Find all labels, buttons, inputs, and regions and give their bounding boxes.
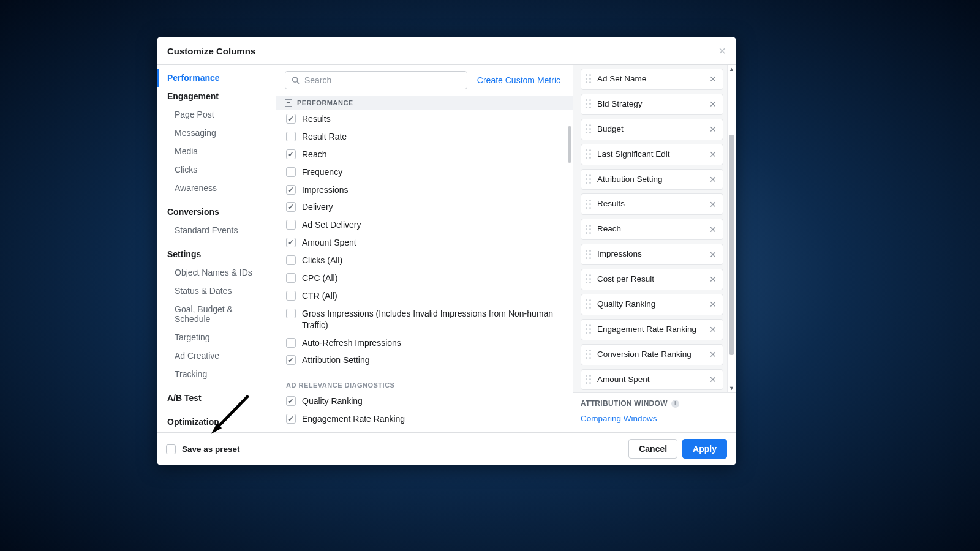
metric-checkbox[interactable] xyxy=(286,114,296,124)
comparing-windows-link[interactable]: Comparing Windows xyxy=(581,414,657,423)
sidebar-item-standard-events[interactable]: Standard Events xyxy=(157,221,276,239)
save-as-preset-toggle[interactable]: Save as preset xyxy=(166,444,240,454)
selected-column-chip[interactable]: Impressions✕ xyxy=(581,244,723,265)
remove-column-icon[interactable]: ✕ xyxy=(708,174,718,184)
metric-list[interactable]: − PERFORMANCE ResultsResult RateReachFre… xyxy=(276,96,573,432)
sidebar-item-awareness[interactable]: Awareness xyxy=(157,179,276,197)
search-box[interactable] xyxy=(285,71,467,89)
selected-column-chip[interactable]: Cost per Result✕ xyxy=(581,269,723,290)
remove-column-icon[interactable]: ✕ xyxy=(708,149,718,159)
drag-handle-icon[interactable] xyxy=(584,274,594,284)
metric-checkbox[interactable] xyxy=(286,220,296,230)
metric-row[interactable]: Clicks (All) xyxy=(276,252,573,269)
metric-row[interactable]: Reach xyxy=(276,146,573,163)
search-input[interactable] xyxy=(304,75,461,85)
metric-checkbox[interactable] xyxy=(286,396,296,406)
remove-column-icon[interactable]: ✕ xyxy=(708,124,718,134)
metric-checkbox[interactable] xyxy=(286,355,296,365)
sidebar-item-ad-creative[interactable]: Ad Creative xyxy=(157,347,276,365)
selected-column-chip[interactable]: Reach✕ xyxy=(581,219,723,240)
save-preset-checkbox[interactable] xyxy=(166,444,176,454)
scrollbar-thumb[interactable] xyxy=(729,135,734,355)
metric-row[interactable]: Impressions xyxy=(276,181,573,199)
metric-checkbox[interactable] xyxy=(286,338,296,348)
remove-column-icon[interactable]: ✕ xyxy=(708,250,718,260)
selected-column-chip[interactable]: Conversion Rate Ranking✕ xyxy=(581,344,723,365)
metric-row[interactable]: CTR (All) xyxy=(276,287,573,305)
sidebar-item-engagement[interactable]: Engagement xyxy=(157,87,276,105)
selected-column-chip[interactable]: Results✕ xyxy=(581,193,723,215)
create-custom-metric-link[interactable]: Create Custom Metric xyxy=(477,75,564,85)
metric-checkbox[interactable] xyxy=(286,238,296,247)
sidebar-item-messaging[interactable]: Messaging xyxy=(157,124,276,142)
remove-column-icon[interactable]: ✕ xyxy=(708,225,718,234)
metric-row[interactable]: Gross Impressions (Includes Invalid Impr… xyxy=(276,305,573,334)
drag-handle-icon[interactable] xyxy=(584,250,594,260)
sidebar-item-optimization[interactable]: Optimization xyxy=(157,413,276,431)
sidebar-item-targeting[interactable]: Targeting xyxy=(157,328,276,347)
metric-row[interactable]: Amount Spent xyxy=(276,234,573,252)
scrollbar[interactable]: ▲ ▼ xyxy=(727,65,736,392)
metric-row[interactable]: Quality Ranking xyxy=(276,392,573,410)
selected-column-chip[interactable]: Budget✕ xyxy=(581,119,723,140)
drag-handle-icon[interactable] xyxy=(584,74,594,84)
remove-column-icon[interactable]: ✕ xyxy=(708,324,718,334)
remove-column-icon[interactable]: ✕ xyxy=(708,375,718,384)
close-icon[interactable]: × xyxy=(718,45,726,57)
metric-row[interactable]: Frequency xyxy=(276,163,573,181)
metric-row[interactable]: Engagement Rate Ranking xyxy=(276,410,573,428)
drag-handle-icon[interactable] xyxy=(584,200,594,209)
metric-row[interactable]: Auto-Refresh Impressions xyxy=(276,334,573,352)
sidebar-item-media[interactable]: Media xyxy=(157,142,276,160)
metric-row[interactable]: Results xyxy=(276,110,573,128)
group-header-performance[interactable]: − PERFORMANCE xyxy=(276,96,573,110)
sidebar-item-tracking[interactable]: Tracking xyxy=(157,365,276,383)
scroll-up-icon[interactable]: ▲ xyxy=(729,65,734,73)
drag-handle-icon[interactable] xyxy=(584,99,594,109)
selected-column-chip[interactable]: Bid Strategy✕ xyxy=(581,94,723,115)
sidebar-item-a-b-test[interactable]: A/B Test xyxy=(157,389,276,407)
metric-checkbox[interactable] xyxy=(286,291,296,301)
remove-column-icon[interactable]: ✕ xyxy=(708,74,718,84)
metric-checkbox[interactable] xyxy=(286,185,296,195)
scrollbar-thumb[interactable] xyxy=(568,126,571,163)
metric-row[interactable]: Delivery xyxy=(276,198,573,216)
sidebar-item-performance[interactable]: Performance xyxy=(157,69,276,87)
sidebar-item-settings[interactable]: Settings xyxy=(157,245,276,263)
sidebar-item-status-dates[interactable]: Status & Dates xyxy=(157,282,276,300)
selected-column-chip[interactable]: Quality Ranking✕ xyxy=(581,294,723,315)
sidebar-item-conversions[interactable]: Conversions xyxy=(157,203,276,221)
sidebar-item-page-post[interactable]: Page Post xyxy=(157,105,276,124)
remove-column-icon[interactable]: ✕ xyxy=(708,200,718,209)
sidebar-item-clicks[interactable]: Clicks xyxy=(157,160,276,179)
remove-column-icon[interactable]: ✕ xyxy=(708,99,718,109)
metric-checkbox[interactable] xyxy=(286,414,296,424)
selected-column-chip[interactable]: Engagement Rate Ranking✕ xyxy=(581,319,723,340)
selected-column-chip[interactable]: Ad Set Name✕ xyxy=(581,69,723,90)
metric-checkbox[interactable] xyxy=(286,132,296,141)
metric-row[interactable]: Result Rate xyxy=(276,128,573,146)
metric-checkbox[interactable] xyxy=(286,255,296,265)
metric-checkbox[interactable] xyxy=(286,167,296,177)
drag-handle-icon[interactable] xyxy=(584,174,594,184)
remove-column-icon[interactable]: ✕ xyxy=(708,274,718,284)
remove-column-icon[interactable]: ✕ xyxy=(708,350,718,359)
drag-handle-icon[interactable] xyxy=(584,324,594,334)
cancel-button[interactable]: Cancel xyxy=(628,439,677,459)
metric-checkbox[interactable] xyxy=(286,309,296,318)
metric-checkbox[interactable] xyxy=(286,273,296,283)
drag-handle-icon[interactable] xyxy=(584,299,594,309)
metric-row[interactable]: CPC (All) xyxy=(276,269,573,287)
selected-column-chip[interactable]: Last Significant Edit✕ xyxy=(581,144,723,165)
selected-column-chip[interactable]: Attribution Setting✕ xyxy=(581,169,723,190)
remove-column-icon[interactable]: ✕ xyxy=(708,299,718,309)
drag-handle-icon[interactable] xyxy=(584,375,594,384)
collapse-icon[interactable]: − xyxy=(285,99,292,107)
sidebar-item-object-names-ids[interactable]: Object Names & IDs xyxy=(157,263,276,282)
metric-checkbox[interactable] xyxy=(286,202,296,212)
drag-handle-icon[interactable] xyxy=(584,350,594,359)
metric-checkbox[interactable] xyxy=(286,149,296,159)
selected-column-chip[interactable]: Amount Spent✕ xyxy=(581,369,723,391)
sidebar-item-goal-budget-schedule[interactable]: Goal, Budget & Schedule xyxy=(157,300,276,328)
drag-handle-icon[interactable] xyxy=(584,149,594,159)
